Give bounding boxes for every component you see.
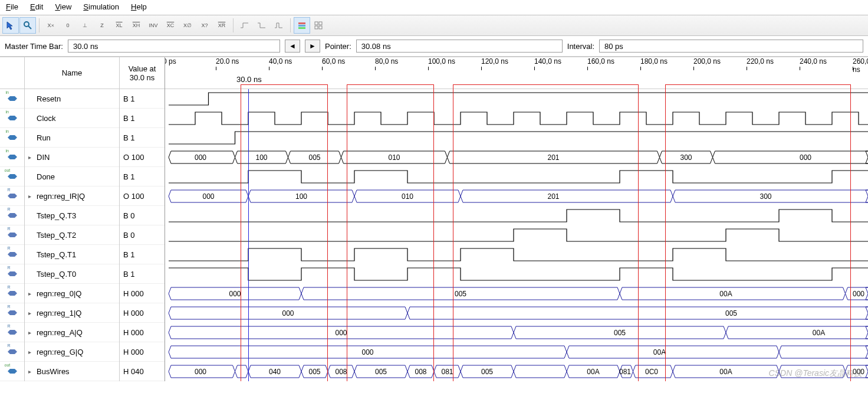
signal-name: regn:reg_G|Q xyxy=(37,348,83,356)
waveform-area[interactable]: 30.0 ns 0 ps20.0 ns40,0 ns60,0 ns80,0 ns… xyxy=(165,57,868,381)
force-z-icon[interactable]: Z xyxy=(94,17,110,34)
watermark: CSDN @Terasic友晶科技 xyxy=(769,368,862,379)
time-ruler[interactable]: 30.0 ns 0 ps20.0 ns40,0 ns60,0 ns80,0 ns… xyxy=(165,57,868,89)
xc-icon[interactable]: XC xyxy=(162,17,179,34)
master-time-label: Master Time Bar: xyxy=(5,42,63,51)
waveform-row[interactable]: 000005 xyxy=(165,303,868,323)
prev-button[interactable]: ◄ xyxy=(285,40,300,53)
grid-icon[interactable] xyxy=(311,17,327,34)
signal-value: B 1 xyxy=(120,128,165,148)
svg-text:000: 000 xyxy=(229,290,241,298)
waveform-row[interactable]: 000100010201300 xyxy=(165,186,868,206)
expand-icon[interactable]: ▸ xyxy=(28,290,34,297)
signal-row[interactable]: ▸regn:reg_A|Q xyxy=(25,323,119,342)
expand-icon[interactable]: ▸ xyxy=(28,349,34,355)
signal-row[interactable]: Tstep_Q.T1 xyxy=(25,245,119,264)
signal-type-icon xyxy=(8,270,17,277)
signal-row[interactable]: Tstep_Q.T2 xyxy=(25,225,119,245)
waveform-row[interactable] xyxy=(165,264,868,284)
waveform-row[interactable] xyxy=(165,128,868,148)
overwrite-x-icon[interactable]: X⨉ xyxy=(42,17,59,34)
menu-edit[interactable]: Edit xyxy=(30,2,43,11)
waveform-row[interactable]: 00000A xyxy=(165,342,868,362)
expand-icon[interactable]: ▸ xyxy=(28,310,34,316)
zoom-tool-icon[interactable] xyxy=(19,17,36,34)
waveform-row[interactable]: 000100005010201300000 xyxy=(165,148,868,167)
force-h-icon[interactable]: XH xyxy=(128,17,144,34)
signal-row[interactable]: Clock xyxy=(25,109,119,128)
pointer-field[interactable]: 30.08 ns xyxy=(356,40,563,53)
svg-text:081: 081 xyxy=(619,368,631,376)
expand-icon[interactable]: ▸ xyxy=(28,154,34,161)
xr-icon[interactable]: XR xyxy=(213,17,230,34)
signal-name: Tstep_Q.T0 xyxy=(37,270,76,279)
waveform-row[interactable] xyxy=(165,89,868,109)
svg-text:005: 005 xyxy=(308,368,320,376)
signal-name: regn:reg_IR|Q xyxy=(37,192,85,201)
svg-text:008: 008 xyxy=(415,368,426,376)
signal-value: B 1 xyxy=(120,109,165,128)
svg-text:201: 201 xyxy=(547,192,559,201)
svg-text:005: 005 xyxy=(455,290,466,298)
interval-field[interactable]: 80 ps xyxy=(599,40,863,53)
wave2-icon[interactable] xyxy=(254,17,270,34)
snap-icon[interactable] xyxy=(294,17,310,34)
signal-value: O 100 xyxy=(120,148,165,167)
expand-icon[interactable]: ▸ xyxy=(28,368,34,375)
svg-text:010: 010 xyxy=(388,153,400,162)
xq-icon[interactable]: X? xyxy=(196,17,213,34)
force-l-icon[interactable]: XL xyxy=(111,17,127,34)
signal-row[interactable]: Tstep_Q.T0 xyxy=(25,264,119,284)
pointer-tool-icon[interactable] xyxy=(2,17,19,34)
signal-type-icon xyxy=(8,368,17,375)
svg-text:000: 000 xyxy=(800,153,811,162)
signal-value: B 1 xyxy=(120,167,165,186)
menu-view[interactable]: View xyxy=(55,2,71,11)
waveform-row[interactable] xyxy=(165,109,868,128)
waveform-row[interactable]: 00000500A xyxy=(165,323,868,342)
signal-row[interactable]: ▸regn:reg_G|Q xyxy=(25,342,119,362)
signal-row[interactable]: ▸DIN xyxy=(25,148,119,167)
expand-icon[interactable]: ▸ xyxy=(28,329,34,336)
svg-rect-5 xyxy=(315,22,318,25)
signal-type-icon xyxy=(8,329,17,336)
force-1-icon[interactable]: ⊥ xyxy=(77,17,93,34)
waveform-row[interactable] xyxy=(165,167,868,186)
master-time-field[interactable]: 30.0 ns xyxy=(68,40,280,53)
menu-simulation[interactable]: Simulation xyxy=(83,2,119,11)
signal-row[interactable]: Tstep_Q.T3 xyxy=(25,206,119,225)
xo-icon[interactable]: X∅ xyxy=(179,17,196,34)
svg-text:000: 000 xyxy=(853,290,864,298)
signal-row[interactable]: ▸BusWires xyxy=(25,362,119,381)
cursor-line[interactable] xyxy=(248,89,249,381)
signal-type-icon xyxy=(8,192,17,199)
wave1-icon[interactable] xyxy=(236,17,253,34)
signal-value: O 100 xyxy=(120,186,165,206)
menu-help[interactable]: Help xyxy=(131,2,147,11)
signal-row[interactable]: Done xyxy=(25,167,119,186)
svg-text:00A: 00A xyxy=(719,368,732,376)
wave3-icon[interactable] xyxy=(271,17,287,34)
signal-row[interactable]: ▸regn:reg_IR|Q xyxy=(25,186,119,206)
svg-rect-6 xyxy=(319,22,322,25)
svg-text:300: 300 xyxy=(680,153,692,162)
signal-row[interactable]: ▸regn:reg_0|Q xyxy=(25,284,119,303)
waveform-row[interactable] xyxy=(165,225,868,245)
signal-row[interactable]: Run xyxy=(25,128,119,148)
signal-type-icon xyxy=(8,309,17,316)
waveform-row[interactable]: 00004000500800500808100500A0810C000A000 xyxy=(165,362,868,381)
inv-icon[interactable]: INV xyxy=(145,17,162,34)
next-button[interactable]: ► xyxy=(305,40,320,53)
waveform-row[interactable] xyxy=(165,206,868,225)
svg-text:008: 008 xyxy=(335,368,347,376)
svg-text:010: 010 xyxy=(402,192,413,201)
svg-text:00A: 00A xyxy=(719,290,732,298)
signal-name: Tstep_Q.T2 xyxy=(37,231,76,240)
waveform-row[interactable] xyxy=(165,245,868,264)
signal-row[interactable]: Resetn xyxy=(25,89,119,109)
expand-icon[interactable]: ▸ xyxy=(28,193,34,199)
menu-file[interactable]: File xyxy=(6,2,18,11)
waveform-row[interactable]: 00000500A000 xyxy=(165,284,868,303)
force-0-icon[interactable]: 0 xyxy=(60,17,76,34)
signal-row[interactable]: ▸regn:reg_1|Q xyxy=(25,303,119,323)
